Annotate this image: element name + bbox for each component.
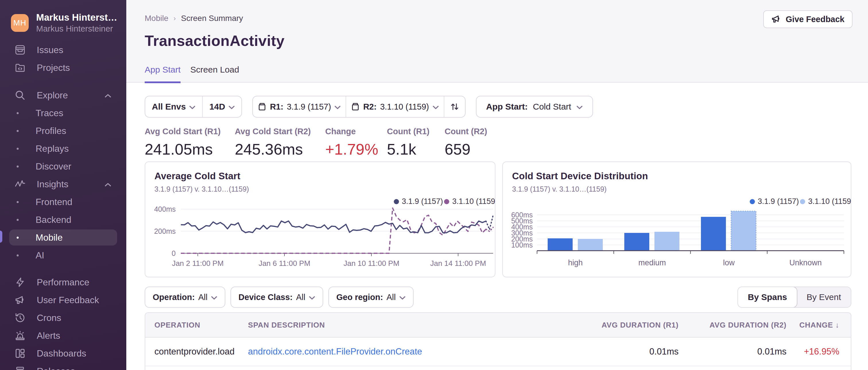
svg-text:400ms: 400ms (154, 205, 176, 213)
svg-text:Unknown: Unknown (789, 259, 822, 267)
svg-text:medium: medium (639, 259, 666, 267)
svg-text:200ms: 200ms (154, 227, 176, 235)
svg-text:100ms: 100ms (511, 241, 533, 249)
svg-text:0: 0 (172, 249, 176, 257)
svg-text:Jan 2 11:00 PM: Jan 2 11:00 PM (172, 259, 224, 268)
svg-text:Jan 10 11:00 PM: Jan 10 11:00 PM (344, 259, 400, 268)
svg-text:Jan 14 11:00 PM: Jan 14 11:00 PM (430, 259, 486, 268)
svg-text:high: high (568, 259, 583, 267)
svg-text:Jan 6 11:00 PM: Jan 6 11:00 PM (259, 259, 310, 268)
svg-text:low: low (723, 259, 735, 267)
